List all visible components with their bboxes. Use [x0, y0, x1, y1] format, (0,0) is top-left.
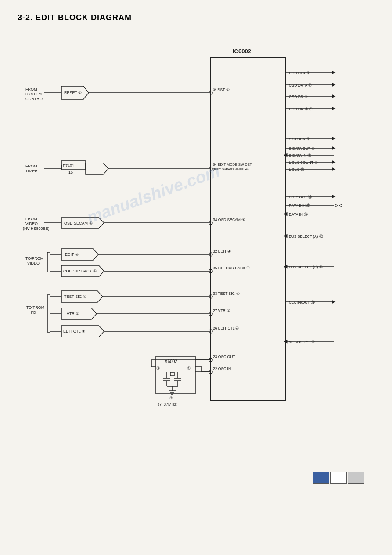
svg-text:CONTROL: CONTROL — [25, 97, 45, 101]
from-system-label: FROM — [25, 87, 37, 91]
vtr-label: VTR ① — [67, 312, 79, 316]
page: 3-2. EDIT BLOCK DIAGRAM manualshive.com … — [0, 0, 392, 555]
osd-data-pin: OSD DATA ② — [289, 83, 312, 87]
reset-label: RESET ① — [64, 91, 82, 95]
diagram-svg: IC6002 FROM SYSTEM CONTROL RESET ① ⑨ RST… — [18, 31, 378, 493]
ic-label: IC6002 — [233, 48, 251, 54]
diagram-area: manualshive.com IC6002 FROM SYSTEM CONTR… — [18, 31, 378, 493]
svg-rect-0 — [211, 58, 285, 400]
svg-text:(NV-HS800EE): (NV-HS800EE) — [23, 226, 50, 231]
from-timer-label: FROM — [25, 164, 37, 168]
bus-select-b-pin: BUS SELECT (B) ④ — [289, 265, 323, 269]
edit-label: EDIT ④ — [65, 252, 79, 257]
osd-cs-pin: OSD CS ③ — [289, 94, 308, 99]
svg-text:TIMER: TIMER — [25, 169, 38, 173]
data-inh-pin: DATA INH ⑫ — [289, 203, 310, 208]
osd-secam-label: OSD SECAM ④ — [64, 221, 93, 225]
bus-select-a-pin: BUS SELECT (A) ⑱ — [289, 234, 323, 239]
svg-text:②: ② — [169, 396, 173, 400]
osd-on-pin: OSD ON ④ ④ — [289, 107, 313, 111]
footer-box-blue — [313, 472, 329, 484]
osd-clk-pin: OSD CLK ① — [289, 71, 310, 75]
edit-pin: 32 EDIT ④ — [213, 249, 231, 254]
svg-marker-10 — [86, 163, 108, 174]
footer-boxes — [313, 472, 364, 484]
svg-text:SYSTEM: SYSTEM — [25, 92, 42, 96]
rst-pin: ⑨ RST ① — [213, 87, 230, 92]
freq-label: (7. 37MHz) — [158, 402, 178, 406]
svg-text:⊳⊲: ⊳⊲ — [334, 203, 342, 208]
clk-in-out-pin: CLK IN/OUT ⑬ — [289, 300, 315, 305]
colour-back-label: COLOUR BACK ④ — [63, 269, 97, 273]
edit-ctl-label: EDIT CTL ④ — [63, 329, 85, 334]
5p-clk-det-pin: 5P CLK DET ② — [289, 340, 315, 344]
osd-secam-pin: 34 OSD SECAM ④ — [213, 218, 245, 222]
edit-mode-sub: (REC ④/PASS ⑩/PB ④) — [213, 167, 249, 171]
svg-text:③: ③ — [156, 366, 160, 370]
svg-text:①: ① — [187, 366, 191, 370]
s-data-out-pin: S DATA OUT ⑩ — [289, 146, 315, 151]
to-from-video-label: TO/FROM — [25, 256, 43, 261]
l-clk-count-pin: L CLK COUNT ⑦ — [289, 160, 318, 165]
test-sig-label: TEST SIG ④ — [64, 294, 86, 299]
data-in-pin: DATA IN ⑮ — [289, 212, 308, 217]
p15-label: 15 — [68, 170, 73, 174]
vtr-pin: 27 VTR ① — [213, 308, 230, 313]
data-out-pin: DATA OUT ⑭ — [289, 195, 312, 199]
s-data-in-pin: S DATA IN ⑪ — [289, 153, 311, 158]
osc-out-pin: 23 OSC OUT — [213, 355, 235, 359]
page-title: 3-2. EDIT BLOCK DIAGRAM — [18, 13, 374, 22]
edit-ctl-pin: 26 EDIT CTL ④ — [213, 326, 239, 330]
test-sig-pin: 33 TEST SIG ④ — [213, 291, 240, 296]
edit-mode-pin: 64 EDIT MODE SW DET — [213, 163, 252, 167]
osc-in-pin: 22 OSC IN — [213, 366, 231, 371]
svg-text:I/O: I/O — [31, 310, 36, 315]
footer-box-white — [330, 472, 347, 484]
l-clk-pin: L CLK ⑳ — [289, 167, 304, 172]
from-video-label: FROM — [25, 217, 37, 221]
s-clock-pin: S CLOCK ⑨ — [289, 137, 310, 141]
to-from-io-label: TO/FROM — [26, 305, 44, 310]
svg-text:VIDEO: VIDEO — [25, 221, 38, 226]
p7401-label: P7401 — [63, 163, 74, 168]
colour-back-pin: 35 COLOUR BACK ④ — [213, 266, 250, 270]
footer-box-gray — [348, 472, 364, 484]
svg-text:VIDEO: VIDEO — [27, 261, 40, 265]
